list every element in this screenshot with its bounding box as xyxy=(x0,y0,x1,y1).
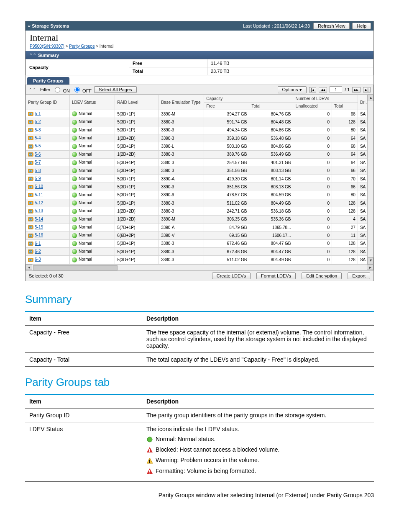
table-row[interactable]: 5-3Normal5(3D+1P)3390-3494.34 GB804.86 G… xyxy=(26,126,373,134)
table-row[interactable]: 5-13Normal1(2D+2D)3380-3242.71 GB536.18 … xyxy=(26,207,373,215)
svg-point-35 xyxy=(31,202,32,204)
options-button[interactable]: Options ▾ xyxy=(278,86,307,93)
tab-parity-groups[interactable]: Parity Groups xyxy=(27,77,69,85)
format-ldevs-button[interactable]: Format LDEVs xyxy=(256,272,296,279)
status-icon xyxy=(72,200,77,206)
parity-group-link[interactable]: 5-10 xyxy=(35,184,43,189)
summary-header[interactable]: ⌃⌃ Summary xyxy=(26,51,373,59)
parity-group-link[interactable]: 5-16 xyxy=(35,233,43,237)
filter-label: Filter xyxy=(40,87,50,92)
status-icon xyxy=(72,152,77,157)
table-row[interactable]: 5-4Normal1(2D+2D)3390-3359.18 GB536.48 G… xyxy=(26,134,373,142)
filter-off[interactable]: OFF xyxy=(72,86,92,93)
th-raid[interactable]: RAID Level xyxy=(115,95,159,110)
free-value: 11.49 TB xyxy=(207,59,373,67)
svg-point-41 xyxy=(31,218,32,220)
parity-group-link[interactable]: 5-12 xyxy=(35,200,43,205)
table-row[interactable]: 5-9Normal5(3D+1P)3390-A429.30 GB801.14 G… xyxy=(26,175,373,182)
parity-group-link[interactable]: 5-5 xyxy=(35,144,41,148)
collapse-icon: ⌃⌃ xyxy=(29,53,36,57)
blocked-icon xyxy=(146,447,153,453)
status-icon xyxy=(72,144,77,149)
table-row[interactable]: 5-16Normal6(6D+2P)3390-V69.15 GB1606.17.… xyxy=(26,231,373,239)
parity-group-link[interactable]: 5-1 xyxy=(35,111,41,116)
parity-group-link[interactable]: 5-7 xyxy=(35,160,41,164)
svg-rect-58 xyxy=(149,449,150,451)
export-button[interactable]: Export xyxy=(348,272,370,279)
parity-group-link[interactable]: 5-3 xyxy=(35,128,41,132)
vertical-scrollbar[interactable]: ▴ ▾ xyxy=(367,95,373,264)
table-row[interactable]: 5-15Normal5(7D+1P)3390-A84.79 GB1865.78.… xyxy=(26,224,373,231)
th-ntotal[interactable]: Total xyxy=(332,103,358,110)
table-row[interactable]: 5-8Normal5(3D+1P)3390-3351.56 GB803.13 G… xyxy=(26,167,373,175)
th-parity-group-id[interactable]: Parity Group ID xyxy=(26,95,70,110)
breadcrumb: P9500(S/N:90307) > Parity Groups > Inter… xyxy=(30,44,369,49)
first-page-button[interactable]: |◂ xyxy=(309,87,317,93)
parity-group-link[interactable]: 5-15 xyxy=(35,225,43,229)
table-row[interactable]: 5-10Normal5(3D+1P)3390-3351.56 GB803.13 … xyxy=(26,183,373,191)
parity-group-link[interactable]: 6-3 xyxy=(35,257,41,262)
table-row[interactable]: 5-5Normal5(3D+1P)3390-L503.10 GB804.86 G… xyxy=(26,142,373,150)
parity-group-link[interactable]: 5-2 xyxy=(35,119,41,124)
table-row[interactable]: 6-3Normal5(3D+1P)3380-3511.02 GB804.49 G… xyxy=(26,256,373,264)
th-emulation[interactable]: Base Emulation Type xyxy=(159,95,204,110)
back-to-storage[interactable]: « Storage Systems xyxy=(28,23,73,28)
last-updated: Last Updated : 2011/06/22 14:33 xyxy=(243,23,310,28)
svg-rect-62 xyxy=(149,470,150,472)
table-row[interactable]: 5-14Normal1(2D+2D)3390-M306.35 GB535.36 … xyxy=(26,215,373,223)
table-row[interactable]: 5-2Normal5(3D+1P)3380-3591.74 GB804.48 G… xyxy=(26,118,373,126)
formatting-icon xyxy=(146,468,153,475)
page-input[interactable] xyxy=(330,86,342,93)
doc-summary-heading: Summary xyxy=(25,293,374,306)
table-row[interactable]: 6-2Normal5(3D+1P)3380-3672.46 GB804.47 G… xyxy=(26,248,373,256)
parity-group-link[interactable]: 5-4 xyxy=(35,136,41,140)
svg-point-5 xyxy=(31,121,32,123)
th-total[interactable]: Total xyxy=(249,103,293,110)
table-row[interactable]: 5-6Normal1(2D+2D)3380-3389.76 GB536.49 G… xyxy=(26,150,373,158)
free-label: Free xyxy=(129,59,207,67)
parity-group-link[interactable]: 5-8 xyxy=(35,168,41,173)
status-icon xyxy=(72,193,77,198)
table-row[interactable]: 5-12Normal5(3D+1P)3380-3511.02 GB804.49 … xyxy=(26,199,373,207)
toolbar: ⌃⌃ Filter ON OFF Select All Pages Option… xyxy=(26,85,373,95)
create-ldevs-button[interactable]: Create LDEVs xyxy=(212,272,251,279)
svg-point-17 xyxy=(31,153,32,155)
table-row[interactable]: 5-7Normal5(3D+1P)3380-3254.57 GB401.31 G… xyxy=(26,159,373,167)
filter-on[interactable]: ON xyxy=(53,86,70,93)
parity-group-link[interactable]: 5-14 xyxy=(35,217,43,221)
svg-rect-61 xyxy=(149,462,150,463)
parity-group-link[interactable]: 6-1 xyxy=(35,241,41,246)
parity-group-link[interactable]: 5-13 xyxy=(35,208,43,213)
th-unallocated[interactable]: Unallocated xyxy=(293,103,332,110)
table-row[interactable]: 5-11Normal5(3D+1P)3390-9478.57 GB804.59 … xyxy=(26,191,373,199)
refresh-button[interactable]: Refresh View xyxy=(313,23,350,29)
parity-group-link[interactable]: 5-9 xyxy=(35,176,41,181)
warning-icon xyxy=(146,457,153,464)
svg-point-29 xyxy=(31,186,32,188)
breadcrumb-parity-groups[interactable]: Parity Groups xyxy=(69,44,95,49)
svg-point-38 xyxy=(31,210,32,212)
select-all-button[interactable]: Select All Pages xyxy=(94,86,137,93)
th-capacity: Capacity xyxy=(204,95,293,103)
table-row[interactable]: 5-1Normal5(3D+1P)3390-M394.27 GB804.76 G… xyxy=(26,110,373,118)
page-footer: Parity Groups window after selecting Int… xyxy=(25,492,374,499)
edit-encryption-button[interactable]: Edit Encryption xyxy=(302,272,342,279)
help-button[interactable]: Help xyxy=(352,23,371,29)
parity-group-link[interactable]: 5-11 xyxy=(35,193,43,197)
parity-group-link[interactable]: 5-6 xyxy=(35,152,41,157)
table-row[interactable]: 6-1Normal5(3D+1P)3380-3672.46 GB804.47 G… xyxy=(26,239,373,247)
breadcrumb-system[interactable]: P9500(S/N:90307) xyxy=(30,44,64,49)
svg-point-47 xyxy=(31,234,32,236)
status-icon xyxy=(72,209,77,214)
svg-point-23 xyxy=(31,170,32,172)
svg-point-56 xyxy=(31,259,32,261)
th-free[interactable]: Free xyxy=(204,103,249,110)
next-page-button[interactable]: ▸▸ xyxy=(352,87,361,93)
horizontal-scrollbar[interactable]: ◂▸ xyxy=(26,264,373,270)
parity-group-link[interactable]: 6-2 xyxy=(35,249,41,254)
parity-groups-table: Parity Group ID LDEV Status RAID Level B… xyxy=(26,95,373,264)
last-page-button[interactable]: ▸| xyxy=(363,87,371,93)
th-ldev-status[interactable]: LDEV Status xyxy=(70,95,115,110)
prev-page-button[interactable]: ◂◂ xyxy=(319,87,327,93)
table-footer: Selected: 0 of 30 Create LDEVs Format LD… xyxy=(26,270,373,281)
